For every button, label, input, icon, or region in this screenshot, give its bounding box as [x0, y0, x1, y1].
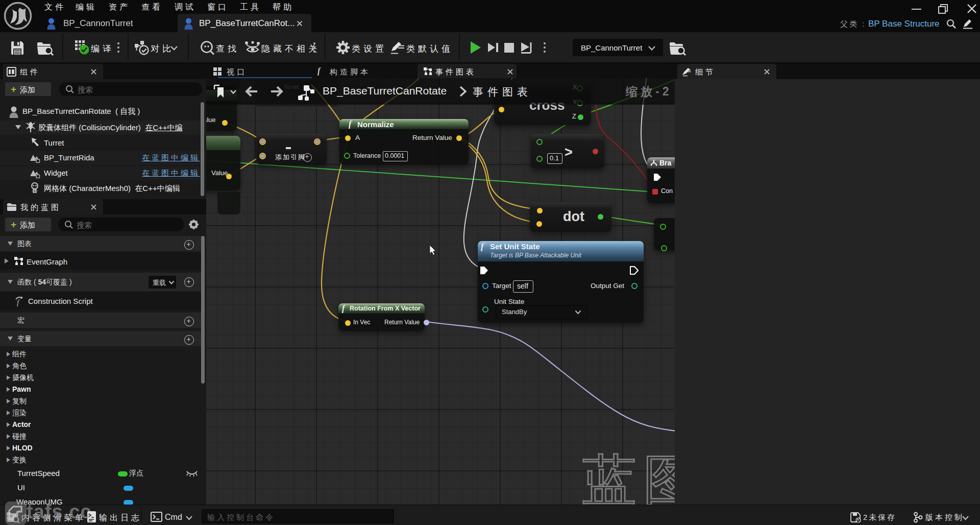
- svg-text:f: f: [17, 298, 20, 306]
